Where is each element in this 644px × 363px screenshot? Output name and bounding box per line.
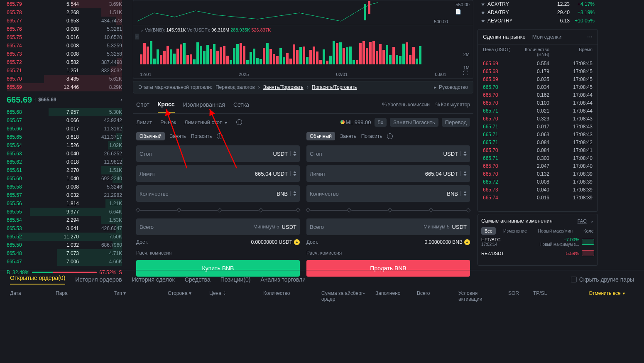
tab-order-history[interactable]: История ордеров: [75, 276, 122, 283]
trade-row[interactable]: 665.700.08417:08:41: [478, 146, 597, 154]
orderbook-ask-row[interactable]: 665.770.653434.7478: [7, 17, 122, 25]
trade-row[interactable]: 665.700.16217:08:44: [478, 91, 597, 99]
stepper-down-icon[interactable]: [293, 154, 296, 156]
buy-stop-input[interactable]: Стоп USDT: [136, 145, 300, 162]
fullscreen-icon[interactable]: ⛶: [463, 70, 468, 76]
trade-row[interactable]: 665.730.04017:08:39: [478, 186, 597, 194]
tab-open-orders[interactable]: Открытые ордера(0): [10, 275, 65, 285]
buy-total-input[interactable]: Всего Минимум 5USDT: [136, 218, 300, 235]
stepper-up-icon[interactable]: [463, 191, 467, 193]
trade-row[interactable]: 665.710.01717:08:43: [478, 123, 597, 130]
trade-row[interactable]: 665.702.04717:08:40: [478, 162, 597, 170]
hide-pairs-label[interactable]: Скрыть другие пары: [579, 276, 634, 283]
mode-isolated[interactable]: Изолированная: [183, 97, 225, 112]
orderbook-ask-row[interactable]: 665.708.4355.62K: [7, 75, 122, 83]
stepper-down-icon[interactable]: [293, 194, 296, 196]
sell-mode-normal[interactable]: Обычный: [306, 132, 335, 140]
stepper-up-icon[interactable]: [463, 151, 467, 153]
sell-qty-input[interactable]: Количество BNB: [306, 185, 470, 202]
buy-limit-input[interactable]: Лимит 665,04USDT: [136, 165, 300, 182]
trade-row[interactable]: 665.720.00817:08:39: [478, 178, 597, 186]
watchlist-row[interactable]: ★ADA/TRY29.40+3.19%: [477, 8, 598, 17]
orderbook-bid-row[interactable]: 665.580.0085.3246: [7, 183, 122, 191]
stepper-down-icon[interactable]: [463, 174, 467, 176]
ordertype-market[interactable]: Рынок: [160, 119, 176, 125]
commission-link[interactable]: %Уровень комиссии: [382, 102, 430, 108]
info-icon[interactable]: i: [387, 133, 393, 139]
buy-percent-slider[interactable]: [136, 207, 300, 213]
tab-market-trades[interactable]: Сделки на рынке: [483, 34, 526, 40]
trade-row[interactable]: 665.690.55417:08:45: [478, 59, 597, 67]
trade-row[interactable]: 665.710.08417:08:42: [478, 138, 597, 146]
orderbook-bid-row[interactable]: 665.542.2941.53K: [7, 216, 122, 224]
orders-col-4[interactable]: Цена ≑: [209, 290, 263, 302]
orderbook-ask-row[interactable]: 665.711.251832.8032: [7, 66, 122, 75]
collapse-icon[interactable]: ⌄: [140, 27, 144, 32]
orderbook-ask-row[interactable]: 665.730.0085.3258: [7, 50, 122, 58]
trade-row[interactable]: 665.680.17917:08:45: [478, 67, 597, 75]
step-transfer[interactable]: Перевод залогов: [215, 84, 255, 90]
mv-tab-all[interactable]: Все: [481, 227, 496, 235]
orders-col-10[interactable]: SOR: [508, 290, 533, 302]
orders-col-7[interactable]: Заполнено: [375, 290, 417, 302]
mode-spot[interactable]: Спот: [136, 97, 149, 112]
expand-icon[interactable]: ⌄: [590, 218, 594, 224]
mode-cross[interactable]: Кросс: [158, 97, 175, 113]
stepper-down-icon[interactable]: [463, 154, 467, 156]
orderbook-ask-row[interactable]: 665.740.0085.3259: [7, 42, 122, 50]
orderbook-ask-row[interactable]: 665.782.2681.51K: [7, 8, 122, 17]
tab-my-trades[interactable]: Мои сделки: [532, 34, 562, 40]
movers-faq[interactable]: FAQ: [578, 218, 587, 223]
ordertype-stoplimit[interactable]: Лимитный стоп ▼: [184, 119, 228, 125]
cancel-all[interactable]: Отменить все ▼: [589, 290, 634, 302]
mv-tab-highlow[interactable]: Новый макс/мин: [534, 227, 576, 235]
tab-funds[interactable]: Средства: [185, 276, 211, 283]
orderbook-bid-row[interactable]: 665.687.9575.30K: [7, 108, 122, 116]
orderbook-bid-row[interactable]: 665.5211.2707.50K: [7, 233, 122, 241]
mover-row[interactable]: HFT/BTC17:02:14+7.00%Новый максимум з...: [481, 237, 594, 246]
orderbook-bid-row[interactable]: 665.501.032686.7960: [7, 241, 122, 249]
orders-col-3[interactable]: Сторона ▾: [168, 290, 209, 302]
sell-total-input[interactable]: Всего Минимум 5USDT: [306, 218, 470, 235]
guide-link[interactable]: Руководство: [439, 84, 468, 90]
sell-mode-borrow[interactable]: Занять: [340, 133, 356, 139]
orderbook-bid-row[interactable]: 665.630.04026.6252: [7, 150, 122, 158]
sell-stop-input[interactable]: Стоп USDT: [306, 145, 470, 162]
trade-row[interactable]: 665.710.30017:08:40: [478, 154, 597, 162]
trade-row[interactable]: 665.690.03517:08:45: [478, 75, 597, 83]
step-repay[interactable]: Погасить/Торговать: [312, 84, 357, 90]
chevron-right-icon[interactable]: ›: [120, 97, 122, 103]
orders-col-1[interactable]: Пара: [56, 290, 114, 302]
trade-row[interactable]: 665.710.02117:08:44: [478, 107, 597, 115]
orders-col-0[interactable]: Дата: [10, 290, 56, 302]
trade-row[interactable]: 665.740.01617:08:39: [478, 194, 597, 201]
tab-trade-history[interactable]: История сделок: [132, 276, 175, 283]
calculator-link[interactable]: %Калькулятор: [436, 102, 470, 108]
orders-col-6[interactable]: Сумма за айсберг-ордер: [321, 290, 375, 302]
orderbook-ask-row[interactable]: 665.750.01610.6520: [7, 33, 122, 42]
orders-col-5[interactable]: Количество: [263, 290, 321, 302]
orders-col-9[interactable]: Условия активации: [458, 290, 508, 302]
chart-expand-icon[interactable]: ›: [135, 34, 139, 39]
mv-tab-change[interactable]: Изменение: [500, 227, 530, 235]
trade-row[interactable]: 665.710.06317:08:43: [478, 130, 597, 138]
orderbook-ask-row[interactable]: 665.760.0085.3261: [7, 25, 122, 33]
hide-pairs-checkbox[interactable]: [571, 277, 577, 282]
sell-limit-input[interactable]: Лимит 665,04USDT: [306, 165, 470, 182]
orderbook-bid-row[interactable]: 665.612.2701.51K: [7, 166, 122, 174]
trade-row[interactable]: 665.700.10017:08:44: [478, 99, 597, 107]
tab-positions[interactable]: Позиции(0): [220, 276, 251, 283]
orderbook-bid-row[interactable]: 665.477.0064.66K: [7, 258, 122, 266]
watchlist-row[interactable]: ★AEVO/TRY6.13+10.05%: [477, 17, 598, 25]
buy-mode-normal[interactable]: Обычный: [136, 132, 165, 140]
ordertype-limit[interactable]: Лимит: [136, 119, 152, 125]
stepper-up-icon[interactable]: [293, 191, 296, 193]
buy-mode-repay[interactable]: Погасить: [191, 133, 212, 139]
tab-analysis[interactable]: Анализ торговли: [260, 276, 306, 283]
sell-percent-slider[interactable]: [306, 207, 470, 213]
orderbook-bid-row[interactable]: 665.660.01711.3162: [7, 125, 122, 133]
orderbook-ask-row[interactable]: 665.6912.4468.29K: [7, 83, 122, 91]
orders-col-2[interactable]: Тип ▾: [114, 290, 168, 302]
orderbook-bid-row[interactable]: 665.561.8141.21K: [7, 199, 122, 208]
buy-mode-borrow[interactable]: Занять: [170, 133, 186, 139]
